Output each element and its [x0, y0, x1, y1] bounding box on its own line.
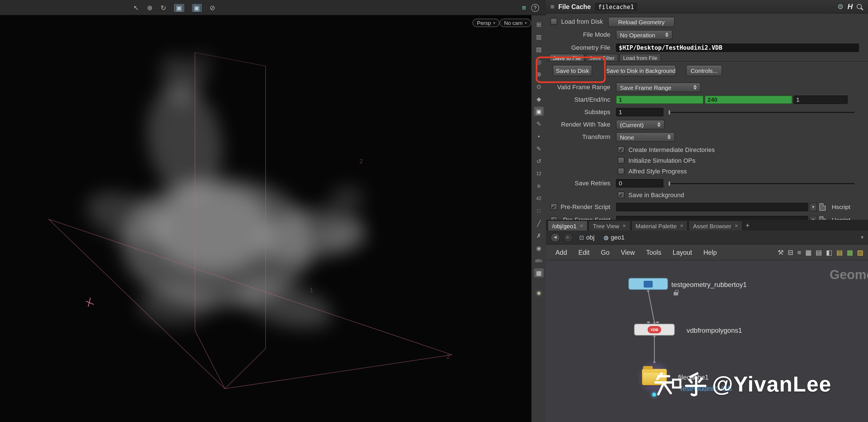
valid-frame-range-dropdown[interactable]: Save Frame Range — [616, 83, 701, 92]
snap-frame-icon[interactable]: ▣ — [192, 4, 202, 11]
transform-dropdown[interactable]: None — [616, 132, 675, 142]
record-icon[interactable]: ◉ — [534, 244, 544, 253]
menu-layout[interactable]: Layout — [668, 247, 697, 257]
point-count-icon[interactable]: 42 — [534, 194, 544, 203]
node-testgeometry-rubbertoy[interactable] — [628, 278, 668, 290]
list-view-icon[interactable]: ▤ — [816, 249, 822, 256]
close-icon[interactable]: × — [680, 223, 683, 229]
breadcrumb-obj[interactable]: ⊡ obj — [577, 233, 597, 241]
search-icon[interactable] — [857, 4, 862, 9]
chevron-down-icon[interactable]: ▾ — [861, 234, 864, 240]
expression-menu-icon[interactable]: ▾ — [809, 203, 817, 211]
palette-icon[interactable]: ▩ — [847, 249, 853, 256]
init-sim-checkbox[interactable] — [618, 157, 624, 164]
substeps-input[interactable]: 1 — [616, 108, 663, 117]
spinner-arrows-icon[interactable] — [693, 85, 697, 90]
material-icon[interactable]: ◆ — [534, 94, 544, 103]
light-icon[interactable]: ⊙ — [534, 82, 544, 91]
grid-points-icon[interactable]: ∷ — [534, 206, 544, 215]
snap-disable-icon[interactable]: ⊘ — [210, 4, 215, 11]
menu-help[interactable]: Help — [699, 247, 722, 257]
input-connector[interactable] — [647, 321, 650, 323]
substeps-slider[interactable] — [668, 112, 855, 113]
node-name-field[interactable]: filecache1 — [595, 3, 637, 10]
pencil-icon[interactable]: ✎ — [534, 144, 544, 153]
image-plane-icon[interactable]: ▦ — [534, 268, 544, 278]
spinner-arrows-icon[interactable] — [657, 122, 661, 127]
cut-icon[interactable]: ✗ — [534, 231, 544, 240]
slider-handle[interactable] — [668, 109, 671, 115]
save-to-disk-background-button[interactable]: Save to Disk in Background — [606, 65, 676, 76]
save-retries-input[interactable]: 0 — [616, 179, 663, 188]
pane-tab-tree-view[interactable]: Tree View × — [588, 220, 630, 230]
spinner-arrows-icon[interactable] — [668, 134, 671, 139]
menu-go[interactable]: Go — [596, 247, 615, 257]
new-pane-icon[interactable]: ▨ — [857, 249, 864, 256]
snap-grid-icon[interactable]: ▣ — [174, 4, 184, 11]
script-editor-icon[interactable] — [819, 216, 826, 220]
expression-menu-icon[interactable]: ▾ — [809, 216, 817, 220]
forward-button[interactable]: ▶ — [563, 232, 573, 242]
list-icon[interactable]: ≡ — [797, 249, 801, 256]
frame-start-input[interactable]: 1 — [616, 95, 704, 104]
save-in-bg-checkbox[interactable]: ✓ — [618, 192, 624, 198]
tools-icon[interactable]: ⚒ — [778, 249, 784, 256]
frame-inc-input[interactable]: 1 — [794, 95, 848, 104]
file-mode-dropdown[interactable]: No Operation — [616, 30, 673, 39]
menu-edit[interactable]: Edit — [573, 247, 595, 257]
frame-end-input[interactable]: 240 — [705, 95, 792, 104]
pane-tab-asset-browser[interactable]: Asset Browser × — [689, 220, 743, 230]
list-display-icon[interactable]: ≡ — [534, 181, 544, 190]
render-with-take-dropdown[interactable]: (Current) — [616, 120, 664, 129]
menu-add[interactable]: Add — [550, 247, 572, 257]
gear-icon[interactable]: ⚙ — [837, 3, 844, 10]
move-tool-icon[interactable]: ⊕ — [147, 4, 153, 11]
pane-tab-material-palette[interactable]: Material Palette × — [631, 220, 688, 230]
scene-viewport[interactable]: 1 2 2 Persp ▾ No cam ▾ — [0, 15, 531, 422]
geometry-file-input[interactable]: $HIP/Desktop/TestHoudini2.VDB — [616, 43, 859, 52]
point-display-icon[interactable]: • — [534, 132, 544, 141]
save-retries-slider[interactable] — [668, 183, 855, 184]
camera-select-button[interactable]: No cam ▾ — [500, 19, 531, 27]
reload-geometry-button[interactable]: Reload Geometry — [608, 17, 675, 27]
reset-view-icon[interactable]: ↺ — [534, 157, 544, 165]
pane-tab-obj-geo1[interactable]: /obj/geo1 × — [548, 220, 588, 230]
tab-load-from-file[interactable]: Load from File — [619, 54, 661, 61]
shade-mode-icon[interactable]: ▧ — [534, 45, 544, 54]
controls-button[interactable]: Controls... — [686, 65, 722, 76]
persp-view-button[interactable]: Persp ▾ — [472, 19, 500, 27]
alfred-checkbox[interactable] — [618, 168, 624, 174]
create-dirs-checkbox[interactable]: ✓ — [618, 146, 624, 153]
script-editor-icon[interactable] — [819, 203, 826, 211]
grid-view-icon[interactable]: ▦ — [805, 249, 812, 256]
add-tab-button[interactable]: + — [743, 220, 752, 230]
parm-list-icon[interactable]: ≡ — [550, 3, 554, 10]
network-editor[interactable]: Geometr testgeometry_rubbertoy1 VDB vdbf… — [546, 260, 868, 422]
script-language-label[interactable]: Hscript — [832, 215, 850, 220]
input-connector[interactable] — [656, 321, 659, 323]
menu-view[interactable]: View — [616, 247, 640, 257]
node-vdbfrompolygons[interactable]: VDB — [634, 324, 675, 335]
notes-icon[interactable]: ▤ — [836, 249, 843, 256]
frame-count-icon[interactable]: 12 — [534, 169, 544, 178]
text-display-icon[interactable]: abc — [534, 256, 544, 265]
view-mode-icon[interactable]: ▥ — [534, 32, 544, 41]
node-list-icon[interactable]: ⊟ — [788, 249, 794, 256]
close-icon[interactable]: × — [623, 223, 626, 229]
back-button[interactable]: ◀ — [550, 232, 560, 242]
draw-icon[interactable]: ✎ — [534, 119, 544, 128]
load-from-disk-checkbox[interactable] — [550, 18, 557, 25]
handles-tool-icon[interactable]: ↻ — [160, 4, 166, 11]
menu-tools[interactable]: Tools — [641, 247, 666, 257]
close-icon[interactable]: × — [735, 223, 738, 229]
lamp-icon[interactable]: ☀ — [534, 289, 544, 298]
split-pane-icon[interactable]: ◧ — [826, 249, 832, 256]
close-icon[interactable]: × — [580, 223, 583, 229]
spinner-arrows-icon[interactable] — [665, 32, 669, 37]
slider-handle[interactable] — [668, 181, 671, 187]
select-tool-icon[interactable]: ↖ — [133, 4, 139, 11]
pane-layout-icon[interactable]: ⊞ — [534, 20, 544, 29]
pre-render-input[interactable] — [616, 203, 808, 211]
breadcrumb-geo1[interactable]: ◍ geo1 — [601, 233, 627, 241]
help-icon[interactable]: ? — [531, 4, 539, 11]
